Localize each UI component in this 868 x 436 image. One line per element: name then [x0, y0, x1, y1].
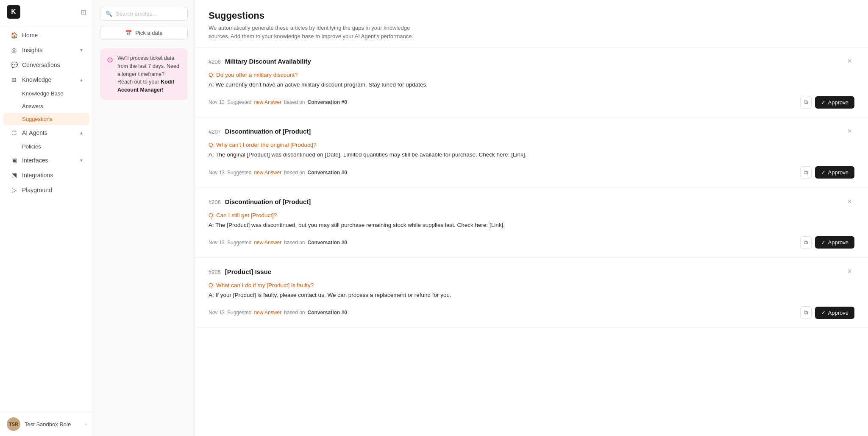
card-number: #206 — [209, 199, 221, 205]
card-close-button[interactable]: × — [845, 266, 854, 277]
card-footer: Nov 13 Suggested new Answer based on Con… — [209, 306, 854, 319]
suggestion-card: #207 Discontinuation of [Product] × Q: W… — [195, 117, 868, 187]
copy-icon: ⧉ — [804, 239, 808, 246]
page-subtitle: We automatically generate these articles… — [209, 24, 429, 40]
content-area: 🔍 Search articles... 📅 Pick a date ⊙ We'… — [93, 0, 868, 436]
card-number: #208 — [209, 59, 221, 65]
new-answer-badge: new Answer — [254, 310, 281, 316]
sidebar-item-insights[interactable]: ◎ Insights ▾ — [3, 43, 89, 57]
based-on-label: based on — [284, 310, 305, 316]
sidebar-item-answers[interactable]: Answers — [3, 100, 89, 112]
checkmark-icon: ✓ — [821, 239, 826, 246]
copy-button[interactable]: ⧉ — [800, 306, 812, 319]
sidebar-item-label: Insights — [22, 47, 76, 53]
based-on-label: based on — [284, 240, 305, 246]
card-title: Discontinuation of [Product] — [225, 198, 311, 205]
search-placeholder: Search articles... — [116, 11, 157, 17]
checkmark-icon: ✓ — [821, 310, 826, 316]
sidebar-item-playground[interactable]: ▷ Playground — [3, 183, 89, 197]
based-on-label: based on — [284, 99, 305, 105]
sidebar-item-label: Playground — [22, 187, 83, 193]
knowledge-icon: ⊞ — [10, 76, 18, 84]
conversation-link: Conversation #0 — [308, 170, 347, 176]
card-close-button[interactable]: × — [845, 196, 854, 207]
card-date: Nov 13 — [209, 240, 225, 246]
sidebar-item-home[interactable]: 🏠 Home — [3, 28, 89, 42]
sidebar-item-label: Home — [22, 32, 83, 39]
card-title-row: #206 Discontinuation of [Product] — [209, 198, 311, 205]
copy-button[interactable]: ⧉ — [800, 96, 812, 109]
card-title-row: #207 Discontinuation of [Product] — [209, 128, 311, 135]
conversations-icon: 💬 — [10, 61, 18, 69]
info-card-text: We'll process ticket data from the last … — [117, 54, 181, 94]
page-header: Suggestions We automatically generate th… — [195, 0, 868, 48]
search-icon: 🔍 — [106, 11, 112, 17]
chevron-up-icon: ▴ — [80, 77, 83, 83]
card-answer: A: The [Product] was discontinued, but y… — [209, 221, 854, 229]
card-answer: A: The original [Product] was discontinu… — [209, 151, 854, 159]
date-picker[interactable]: 📅 Pick a date — [100, 26, 188, 40]
card-actions: ⧉ ✓ Approve — [800, 166, 854, 179]
card-title-row: #208 Military Discount Availability — [209, 58, 311, 65]
sidebar-item-integrations[interactable]: ⬔ Integrations — [3, 168, 89, 182]
integrations-icon: ⬔ — [10, 171, 18, 179]
copy-button[interactable]: ⧉ — [800, 236, 812, 249]
conversation-link: Conversation #0 — [308, 310, 347, 316]
card-meta: Nov 13 Suggested new Answer based on Con… — [209, 99, 347, 105]
approve-label: Approve — [828, 239, 849, 246]
footer-user-name: Test Sandbox Role — [25, 421, 80, 428]
card-date: Nov 13 — [209, 310, 225, 316]
approve-button[interactable]: ✓ Approve — [815, 166, 854, 179]
search-box[interactable]: 🔍 Search articles... — [100, 7, 188, 21]
approve-button[interactable]: ✓ Approve — [815, 236, 854, 249]
card-date: Nov 13 — [209, 99, 225, 105]
playground-icon: ▷ — [10, 186, 18, 194]
sidebar-item-conversations[interactable]: 💬 Conversations — [3, 58, 89, 72]
card-meta: Nov 13 Suggested new Answer based on Con… — [209, 240, 347, 246]
sidebar-sub-label: Policies — [22, 143, 41, 150]
sidebar-item-knowledge-base[interactable]: Knowledge Base — [3, 87, 89, 100]
sidebar-item-label: Conversations — [22, 61, 83, 68]
approve-label: Approve — [828, 310, 849, 316]
insights-icon: ◎ — [10, 46, 18, 54]
card-actions: ⧉ ✓ Approve — [800, 96, 854, 109]
card-actions: ⧉ ✓ Approve — [800, 236, 854, 249]
sidebar-item-suggestions[interactable]: Suggestions — [3, 113, 89, 125]
suggestion-card: #205 [Product] Issue × Q: What can I do … — [195, 258, 868, 328]
card-actions: ⧉ ✓ Approve — [800, 306, 854, 319]
logo-text: K — [11, 8, 16, 16]
logo-icon[interactable]: K — [7, 5, 20, 19]
avatar: TSR — [7, 417, 20, 431]
card-header: #208 Military Discount Availability × — [209, 56, 854, 67]
card-title: [Product] Issue — [225, 268, 271, 275]
approve-button[interactable]: ✓ Approve — [815, 96, 854, 109]
copy-icon: ⧉ — [804, 99, 808, 106]
card-meta: Nov 13 Suggested new Answer based on Con… — [209, 310, 347, 316]
card-close-button[interactable]: × — [845, 126, 854, 137]
conversation-link: Conversation #0 — [308, 240, 347, 246]
suggestion-card: #206 Discontinuation of [Product] × Q: C… — [195, 188, 868, 258]
sidebar-item-label: Integrations — [22, 172, 83, 179]
interfaces-icon: ▣ — [10, 157, 18, 164]
card-number: #207 — [209, 129, 221, 135]
checkmark-icon: ✓ — [821, 99, 826, 106]
card-footer: Nov 13 Suggested new Answer based on Con… — [209, 166, 854, 179]
copy-button[interactable]: ⧉ — [800, 166, 812, 179]
sidebar-item-interfaces[interactable]: ▣ Interfaces ▾ — [3, 153, 89, 168]
sidebar-item-ai-agents[interactable]: ⬡ AI Agents ▴ — [3, 126, 89, 140]
sidebar-footer[interactable]: TSR Test Sandbox Role › — [0, 412, 93, 436]
sidebar-sub-label: Answers — [22, 103, 43, 109]
card-close-button[interactable]: × — [845, 56, 854, 67]
card-title-row: #205 [Product] Issue — [209, 268, 271, 275]
info-card: ⊙ We'll process ticket data from the las… — [100, 48, 188, 100]
based-on-label: based on — [284, 170, 305, 176]
new-answer-badge: new Answer — [254, 240, 281, 246]
card-answer: A: We currently don't have an active mil… — [209, 81, 854, 89]
card-title: Discontinuation of [Product] — [225, 128, 311, 135]
sidebar-item-policies[interactable]: Policies — [3, 140, 89, 153]
home-icon: 🏠 — [10, 31, 18, 39]
sidebar-toggle[interactable]: ⊡ — [81, 8, 86, 16]
approve-button[interactable]: ✓ Approve — [815, 307, 854, 319]
card-header: #207 Discontinuation of [Product] × — [209, 126, 854, 137]
sidebar-item-knowledge[interactable]: ⊞ Knowledge ▴ — [3, 73, 89, 87]
